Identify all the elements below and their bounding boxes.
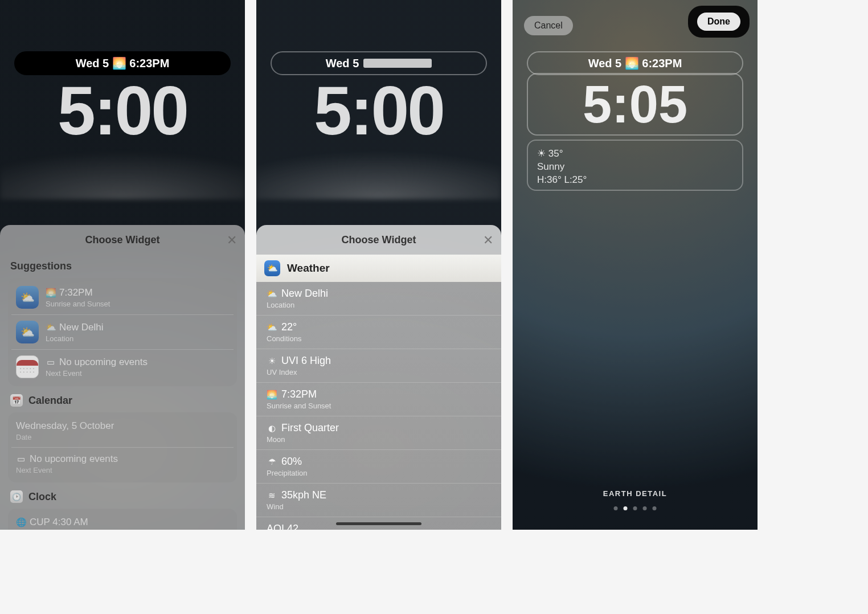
list-item[interactable]: 🌅7:32PM Sunrise and Sunset bbox=[256, 383, 501, 416]
sunset-icon: 🌅 bbox=[267, 390, 277, 400]
lockscreen-time: 5:05 bbox=[583, 75, 687, 134]
done-highlight: Done bbox=[688, 6, 750, 38]
choose-widget-sheet[interactable]: Choose Widget ✕ Suggestions ⛅ 🌅7:32PM Su… bbox=[0, 225, 245, 530]
list-item[interactable]: ☂60% Precipitation bbox=[256, 450, 501, 484]
calendar-icon: • • • • •• • • • • bbox=[16, 355, 39, 378]
date-widget-pill[interactable]: Wed 5 🌅 6:23PM bbox=[527, 51, 743, 75]
clock-heading[interactable]: 🕑 Clock bbox=[10, 490, 235, 503]
page-dot bbox=[643, 506, 647, 510]
sheet-header: Choose Widget ✕ bbox=[256, 225, 501, 255]
moon-icon: ◐ bbox=[267, 423, 277, 433]
weather-widget-list: ⛅New Delhi Location ⛅22° Conditions ☀UVI… bbox=[256, 282, 501, 530]
weather-icon: ⛅ bbox=[16, 321, 39, 343]
umbrella-icon: ☂ bbox=[267, 457, 277, 467]
date-pill-text: Wed 5 bbox=[326, 57, 359, 70]
lockscreen-time: 5:00 bbox=[58, 71, 187, 150]
redacted-block bbox=[363, 59, 432, 68]
list-item[interactable]: Wednesday, 5 October Date bbox=[11, 415, 234, 448]
sheet-title: Choose Widget bbox=[342, 234, 416, 246]
done-button[interactable]: Done bbox=[697, 13, 740, 31]
phone-screen-1: Wed 5 🌅 6:23PM 5:00 Choose Widget ✕ Sugg… bbox=[0, 0, 245, 530]
list-item[interactable]: ☀UVI 6 High UV Index bbox=[256, 349, 501, 383]
widget-condition: Sunny bbox=[537, 161, 733, 174]
widget-temperature: ☀ 35° bbox=[537, 148, 733, 161]
sheet-header: Choose Widget ✕ bbox=[0, 225, 245, 255]
weather-app-label: Weather bbox=[287, 262, 330, 275]
page-indicator[interactable] bbox=[614, 506, 657, 510]
calendar-heading[interactable]: 📅 Calendar bbox=[10, 394, 235, 407]
suggestions-heading: Suggestions bbox=[10, 260, 235, 272]
home-indicator[interactable] bbox=[336, 522, 421, 525]
sun-icon: ☀ bbox=[267, 356, 277, 366]
close-icon[interactable]: ✕ bbox=[483, 233, 493, 248]
close-icon[interactable]: ✕ bbox=[227, 233, 237, 248]
sunset-icon: 🌅 bbox=[46, 288, 56, 298]
phone-screen-2: Wed 5 5:00 Choose Widget ✕ ⛅ Weather ⛅Ne… bbox=[256, 0, 501, 530]
weather-app-header[interactable]: ⛅ Weather bbox=[256, 255, 501, 282]
list-item[interactable]: ▭No upcoming events Next Event bbox=[11, 448, 234, 480]
list-item[interactable]: • • • • •• • • • • ▭No upcoming events N… bbox=[11, 350, 234, 384]
date-pill-text: Wed 5 🌅 6:23PM bbox=[588, 56, 682, 70]
date-pill-text: Wed 5 🌅 6:23PM bbox=[76, 56, 170, 70]
clock-app-icon: 🕑 bbox=[10, 490, 23, 503]
lockscreen-time-frame[interactable]: 5:05 bbox=[527, 73, 743, 136]
calendar-card: Wednesday, 5 October Date ▭No upcoming e… bbox=[8, 412, 237, 482]
choose-widget-sheet[interactable]: Choose Widget ✕ ⛅ Weather ⛅New Delhi Loc… bbox=[256, 225, 501, 530]
cloud-icon: ⛅ bbox=[267, 322, 277, 333]
cancel-button[interactable]: Cancel bbox=[524, 16, 573, 35]
globe-icon: 🌐 bbox=[16, 517, 26, 527]
cloud-icon: ⛅ bbox=[46, 322, 56, 333]
list-item[interactable]: ⛅22° Conditions bbox=[256, 316, 501, 349]
suggestions-card: ⛅ 🌅7:32PM Sunrise and Sunset ⛅ ⛅New Delh… bbox=[8, 278, 237, 386]
list-item[interactable]: ≋35kph NE Wind bbox=[256, 484, 501, 517]
weather-app-icon: ⛅ bbox=[264, 260, 280, 276]
widget-hilow: H:36° L:25° bbox=[537, 174, 733, 187]
lockscreen-time: 5:00 bbox=[314, 71, 444, 150]
page-dot bbox=[614, 506, 618, 510]
page-dot bbox=[633, 506, 637, 510]
calendar-app-icon: 📅 bbox=[10, 394, 23, 407]
list-item[interactable]: 🌐CUP 4:30 AM City bbox=[11, 511, 234, 530]
list-item[interactable]: ⛅ 🌅7:32PM Sunrise and Sunset bbox=[11, 280, 234, 315]
calendar-glyph-icon: ▭ bbox=[46, 357, 56, 367]
page-dot bbox=[653, 506, 657, 510]
weather-widget-slot[interactable]: ☀ 35° Sunny H:36° L:25° bbox=[527, 140, 743, 191]
page-dot bbox=[624, 506, 628, 510]
wind-icon: ≋ bbox=[267, 490, 277, 501]
wallpaper-name-label: EARTH DETAIL bbox=[603, 489, 667, 498]
sheet-title: Choose Widget bbox=[85, 234, 160, 246]
phone-screen-3: Cancel Done Wed 5 🌅 6:23PM 5:05 ☀ 35° Su… bbox=[513, 0, 758, 530]
clock-card: 🌐CUP 4:30 AM City bbox=[8, 509, 237, 530]
list-item[interactable]: ⛅ ⛅New Delhi Location bbox=[11, 315, 234, 350]
calendar-glyph-icon: ▭ bbox=[16, 454, 26, 464]
list-item[interactable]: ◐First Quarter Moon bbox=[256, 416, 501, 450]
weather-icon: ⛅ bbox=[16, 286, 39, 309]
list-item[interactable]: ⛅New Delhi Location bbox=[256, 282, 501, 316]
cloud-icon: ⛅ bbox=[267, 289, 277, 299]
